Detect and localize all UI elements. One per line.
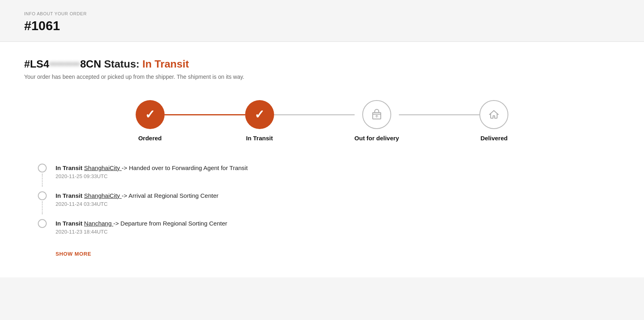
timeline-content-2: In Transit ShanghaiCity -> Arrival at Re… xyxy=(56,191,219,219)
step-delivered: Delivered xyxy=(479,100,508,142)
event-time-1: 2020-11-25 09:33UTC xyxy=(56,173,248,179)
event-text-1: In Transit ShanghaiCity -> Handed over t… xyxy=(56,164,248,172)
tracking-id-prefix: #LS4••••••••8CN xyxy=(24,58,101,70)
timeline-line-2 xyxy=(42,201,43,214)
status-value: In Transit xyxy=(142,58,189,70)
connector-1 xyxy=(165,114,245,115)
event-desc-3: -> Departure from Regional Sorting Cente… xyxy=(113,220,227,227)
checkmark-icon-2: ✓ xyxy=(254,109,264,121)
box-icon xyxy=(371,109,383,121)
page-header: INFO ABOUT YOUR ORDER #1061 xyxy=(0,0,644,42)
step-label-in-transit: In Transit xyxy=(246,135,273,142)
event-location-2: ShanghaiCity xyxy=(84,192,122,199)
progress-tracker: ✓ Ordered ✓ In Transit xyxy=(24,100,620,142)
step-label-ordered: Ordered xyxy=(138,135,161,142)
step-circle-out-for-delivery xyxy=(362,100,391,129)
timeline-dot-col-3 xyxy=(36,219,48,228)
timeline-content-3: In Transit Nanchang -> Departure from Re… xyxy=(56,219,227,247)
step-circle-ordered: ✓ xyxy=(136,100,165,129)
event-time-2: 2020-11-24 03:34UTC xyxy=(56,201,219,207)
main-content: #LS4••••••••8CN Status: In Transit Your … xyxy=(0,42,644,277)
event-location-1: ShanghaiCity xyxy=(84,164,122,171)
timeline-content-1: In Transit ShanghaiCity -> Handed over t… xyxy=(56,164,248,191)
event-status-1: In Transit xyxy=(56,164,83,171)
event-text-2: In Transit ShanghaiCity -> Arrival at Re… xyxy=(56,191,219,200)
timeline-dot-3 xyxy=(38,219,47,228)
timeline-dot-2 xyxy=(38,191,47,200)
status-heading: #LS4••••••••8CN Status: In Transit xyxy=(24,58,620,70)
step-label-delivered: Delivered xyxy=(481,135,508,142)
tracking-id-blurred: •••••••• xyxy=(49,58,80,70)
event-status-2: In Transit xyxy=(56,192,83,199)
step-out-for-delivery: Out for delivery xyxy=(355,100,399,142)
event-desc-2: -> Arrival at Regional Sorting Center xyxy=(122,192,219,199)
checkmark-icon: ✓ xyxy=(145,109,155,121)
step-in-transit: ✓ In Transit xyxy=(245,100,274,142)
order-number: #1061 xyxy=(24,18,620,33)
connector-3 xyxy=(399,114,479,115)
timeline-dot-col-2 xyxy=(36,191,48,214)
timeline: In Transit ShanghaiCity -> Handed over t… xyxy=(24,164,620,247)
show-more-button[interactable]: SHOW MORE xyxy=(24,251,91,257)
timeline-dot-1 xyxy=(38,164,47,172)
info-label: INFO ABOUT YOUR ORDER xyxy=(24,11,620,16)
event-text-3: In Transit Nanchang -> Departure from Re… xyxy=(56,219,227,228)
step-label-out-for-delivery: Out for delivery xyxy=(355,135,399,142)
event-desc-1: -> Handed over to Forwarding Agent for T… xyxy=(122,164,248,171)
connector-2 xyxy=(274,114,355,115)
event-time-3: 2020-11-23 18:44UTC xyxy=(56,229,227,235)
house-icon xyxy=(487,108,500,121)
status-description: Your order has been accepted or picked u… xyxy=(24,74,620,80)
step-circle-in-transit: ✓ xyxy=(245,100,274,129)
timeline-line-1 xyxy=(42,174,43,187)
timeline-item-2: In Transit ShanghaiCity -> Arrival at Re… xyxy=(36,191,620,219)
timeline-item-1: In Transit ShanghaiCity -> Handed over t… xyxy=(36,164,620,191)
status-word: Status: xyxy=(104,58,142,70)
event-location-3: Nanchang xyxy=(84,220,114,227)
timeline-item-3: In Transit Nanchang -> Departure from Re… xyxy=(36,219,620,247)
step-circle-delivered xyxy=(479,100,508,129)
timeline-dot-col-1 xyxy=(36,164,48,187)
step-ordered: ✓ Ordered xyxy=(136,100,165,142)
event-status-3: In Transit xyxy=(56,220,83,227)
